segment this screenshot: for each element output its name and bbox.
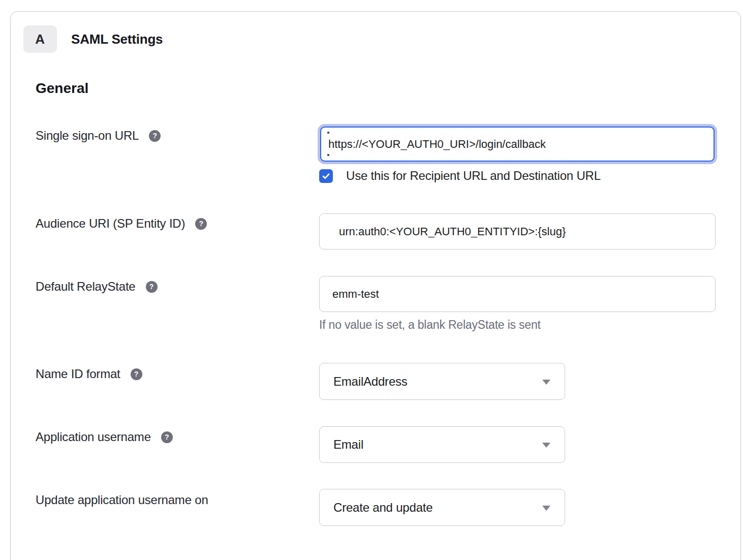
sso-url-input[interactable] [320,127,715,162]
chevron-down-icon [542,380,550,385]
section-heading-general: General [36,80,88,97]
help-icon[interactable]: ? [161,431,173,443]
name-id-format-label: Name ID format [36,367,120,381]
relay-state-label: Default RelayState [36,279,136,294]
name-id-format-label-row: Name ID format ? [36,367,142,381]
audience-uri-label: Audience URI (SP Entity ID) [36,216,185,231]
sso-url-label: Single sign-on URL [36,129,139,143]
chevron-down-icon [542,506,550,511]
help-icon[interactable]: ? [131,368,142,380]
relay-state-label-row: Default RelayState ? [36,279,158,294]
recipient-url-checkbox[interactable] [319,169,333,183]
page-title: SAML Settings [71,32,163,47]
chevron-down-icon [542,443,550,448]
update-app-username-label-row: Update application username on [36,493,208,507]
app-username-select[interactable]: Email [319,426,565,463]
app-username-label-row: Application username ? [36,430,173,444]
name-id-format-value: EmailAddress [333,375,408,389]
sso-checkbox-row: Use this for Recipient URL and Destinati… [319,169,601,183]
help-icon[interactable]: ? [195,218,207,230]
update-app-username-select[interactable]: Create and update [319,489,565,526]
app-username-value: Email [333,438,363,452]
name-id-format-select[interactable]: EmailAddress [319,363,565,400]
help-icon[interactable]: ? [146,281,158,293]
checkmark-icon [321,171,331,181]
update-app-username-value: Create and update [333,501,432,515]
relay-state-help-text: If no value is set, a blank RelayState i… [319,318,541,332]
panel-header: A SAML Settings [23,25,163,53]
sso-url-label-row: Single sign-on URL ? [36,129,161,143]
audience-uri-input[interactable] [319,213,716,250]
app-username-label: Application username [36,430,151,444]
update-app-username-label: Update application username on [36,493,208,507]
relay-state-input[interactable] [319,276,716,312]
recipient-url-checkbox-label: Use this for Recipient URL and Destinati… [346,169,601,183]
help-icon[interactable]: ? [149,130,161,142]
step-badge: A [23,25,57,53]
audience-uri-label-row: Audience URI (SP Entity ID) ? [36,216,207,231]
